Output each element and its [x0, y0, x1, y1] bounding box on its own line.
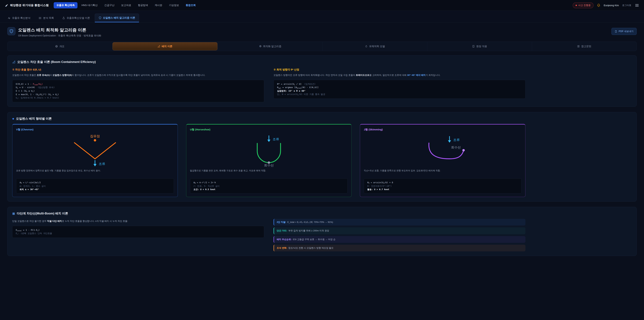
- section-tab-label: 유체역학 모델: [369, 45, 385, 48]
- nav-item-aerial-search[interactable]: 항공탐색: [135, 2, 150, 9]
- shield-icon: [98, 17, 102, 19]
- tab-label: 오일펜스 배치 알고리즘 이론: [103, 16, 135, 20]
- current-label: 조류: [99, 162, 105, 166]
- layout-formula-horseshoe: AU = π·r²/2 + 2r·hr: 반경, h: 직선부 길이조건: U …: [190, 178, 348, 193]
- optimal-angle-formula: θ* = arcsin(Uc / U) (임계조건)θopt = argmax …: [274, 80, 526, 99]
- boom-efficiency-card: 오일펜스 차단 효율 이론 (Boom Containment Efficien…: [8, 55, 636, 107]
- tab-label: 유출유확산모델 이론: [66, 17, 90, 20]
- layout-card-chevron: V형 (Chevron) 집유점 조류 조류 방향 정면에서 양쪽으로 펼친 V…: [12, 124, 178, 197]
- boom-layout-types-card: ◆ 오일펜스 배치 형태별 이론 V형 (Chevron) 집유점 조류 조류 …: [8, 112, 636, 201]
- current-label: 조류: [272, 137, 279, 141]
- section-tab-references[interactable]: 참고문헌: [532, 42, 636, 51]
- note-series-two-stage: 2단 직렬:E_total = E₁+E₂−E₁E₂ (예: 70%+70% →…: [274, 219, 526, 225]
- incident-dot-icon: [576, 5, 577, 6]
- section-tab-label: 개요: [59, 45, 64, 48]
- layout-formula-chevron: AV = L²·sin(2α)/2α: 반개각, L: 펜스 길이최적 α ≈ …: [16, 178, 174, 193]
- nav-item-oil-spill-prediction[interactable]: 유출유 확산예측: [54, 2, 77, 9]
- pdf-export-button[interactable]: PDF 내보내기: [612, 28, 636, 35]
- recovery-line-label: 회수선: [451, 145, 461, 149]
- note-priority: 배치 우선순위:ESI 고등급 구역 보호 → 취수원 → 어장 순: [274, 236, 526, 243]
- layout-types-card-title: ◆ 오일펜스 배치 형태별 이론: [12, 117, 632, 121]
- optimal-angle-paragraph: 오일펜스 방향각은 조류 방향에 따라 최적화됩니다. 차단 면적과 오일 수집…: [274, 73, 526, 77]
- current-arrow-head: [267, 140, 270, 142]
- water-drop-icon: [365, 45, 368, 48]
- main-nav: 유출유 확산예측 HNS·대기확산 긴급구난 보고자료 항공탐색 게시판 기상정…: [54, 2, 198, 9]
- multiboom-formula: Etotal = 1 - Π(1-Ei)Ei: i번째 오일펜스 단독 차단효율: [12, 226, 264, 238]
- nav-item-emergency-rescue[interactable]: 긴급구난: [102, 2, 117, 9]
- incident-status-badge[interactable]: 사고 진행중: [573, 3, 594, 8]
- section-tabs: 개요 배치 이론 ⚙ 최적화 알고리즘 유체역학 모델 현장: [8, 42, 636, 51]
- layout-card-skimming: J형 (Skimming) 조류 회수선 직선+곡선 조합. 기름을 한쪽으로 …: [360, 124, 526, 197]
- list-icon: [39, 17, 42, 20]
- tab-diffusion-model-theory[interactable]: 유출유확산모델 이론: [58, 14, 94, 22]
- brand-title: 해양환경 위기대응 통합시스템: [10, 3, 49, 7]
- nav-item-reports[interactable]: 보고자료: [118, 2, 134, 9]
- tab-label: 유출유 확산분석: [12, 17, 30, 20]
- page-subtitle: Oil Boom Deployment Optimization · 유출유 확…: [18, 34, 101, 37]
- nav-item-weather[interactable]: 기상정보: [166, 2, 182, 9]
- current-label: 조류: [453, 138, 460, 142]
- sub-tabbar: 유출유 확산분석 분석 목록 유출유확산모델 이론 오일펜스 배치 알고리즘 이…: [0, 11, 644, 23]
- section-tab-overview[interactable]: 개요: [8, 42, 112, 51]
- current-arrow-head: [448, 140, 451, 143]
- gear-icon: ⚙: [259, 45, 262, 48]
- layout-desc-horseshoe: 말굽형으로 기름을 완전 포위, 폐쇄형 구조로 회수 효율 최고. 저조류 해…: [190, 169, 348, 176]
- recovery-line-label: 회수선: [264, 163, 274, 167]
- boom-shield-tile: [8, 27, 16, 35]
- incident-label: 사고 진행중: [578, 4, 591, 7]
- efficiency-function-heading: ① 차단 효율 함수 E(θ, U): [12, 68, 264, 72]
- layout-formula-skimming: θJ = arcsin(Uc/U) + δδ: 안전여유각(5°~10°)활용:…: [364, 178, 522, 193]
- layout-name-chevron: V형 (Chevron): [16, 128, 174, 131]
- triangle-ruler-icon: [12, 60, 16, 64]
- notification-bell-icon[interactable]: [597, 4, 600, 7]
- optimal-angle-heading: ② 최적 방향각 θ* 산정: [274, 68, 526, 72]
- efficiency-function-paragraph: 오일펜스의 차단 효율은 조류 유속(U)과 오일펜스 방향각(θ)의 함수입니…: [12, 73, 264, 77]
- activity-icon: [8, 17, 10, 20]
- logout-button[interactable]: 로그아웃: [622, 4, 631, 7]
- flask-icon: [62, 17, 65, 20]
- skimming-diagram: 조류 회수선: [364, 133, 522, 167]
- multiboom-paragraph: 단일 오일펜스로 차단 불가한 경우 직렬 다단 배치로 누적 차단 효율을 향…: [12, 219, 264, 223]
- section-tab-field-application[interactable]: 현장 적용: [427, 42, 532, 51]
- page-header: 오일펜스 배치 최적화 알고리즘 이론 Oil Boom Deployment …: [8, 27, 636, 37]
- tab-boom-algorithm-theory[interactable]: 오일펜스 배치 알고리즘 이론: [95, 14, 139, 22]
- section-tab-deployment-theory[interactable]: 배치 이론: [112, 42, 217, 50]
- grid-icon: ▦: [12, 212, 15, 215]
- note-spacing: 단간 거리:부유 집적 방지를 위해 ≥ 200m 이격 권장: [274, 227, 526, 234]
- efficiency-function-formula: E(θ,U) = 1 - Fleak(Un)Un = U · sin(θ) (법…: [12, 80, 264, 102]
- multiboom-notes: 2단 직렬:E_total = E₁+E₂−E₁E₂ (예: 70%+70% →…: [274, 219, 526, 251]
- page-title: 오일펜스 배치 최적화 알고리즘 이론: [18, 27, 101, 33]
- nav-item-hns-air-diffusion[interactable]: HNS·대기확산: [79, 2, 100, 9]
- nav-item-integrated-search[interactable]: 통합조회: [183, 2, 198, 9]
- diamond-icon: ◆: [12, 117, 14, 120]
- note-tidal-change: 조석 변화:창조/낙조 전환 시 오일펜스 방향 재조정 필요: [274, 245, 526, 251]
- efficiency-function-column: ① 차단 효율 함수 E(θ, U) 오일펜스의 차단 효율은 조류 유속(U)…: [12, 67, 264, 102]
- collection-point-label: 집유점: [90, 134, 100, 138]
- layout-name-horseshoe: U형 (Horseshoe): [190, 128, 348, 131]
- section-tab-label: 최적화 알고리즘: [263, 45, 282, 48]
- horseshoe-diagram: 조류 회수선: [190, 133, 348, 167]
- building-icon: [472, 45, 475, 48]
- tab-spill-analysis[interactable]: 유출유 확산분석: [4, 14, 34, 22]
- wing-logo-icon: [5, 4, 8, 7]
- chevron-boom-shape: [74, 143, 116, 159]
- multiboom-card-title: ▦ 다단계 차단선(Multi-Boom) 배치 이론: [12, 211, 632, 215]
- globe-icon: [55, 45, 58, 48]
- recovery-vessel-dot: [462, 149, 465, 151]
- brand[interactable]: 해양환경 위기대응 통합시스템: [5, 3, 49, 7]
- triangle-ruler-icon: [158, 45, 160, 48]
- tab-analysis-list[interactable]: 분석 목록: [35, 14, 58, 22]
- layout-name-skimming: J형 (Skimming): [364, 128, 522, 131]
- chevron-diagram: 집유점 조류: [16, 133, 174, 167]
- collection-point-dot: [94, 139, 96, 141]
- section-tab-hydrodynamics[interactable]: 유체역학 모델: [322, 42, 427, 51]
- layout-card-horseshoe: U형 (Horseshoe) 조류 회수선 말굽형으로 기름을 완전 포위, 폐…: [186, 124, 352, 197]
- section-tab-label: 배치 이론: [162, 45, 172, 48]
- multiboom-card: ▦ 다단계 차단선(Multi-Boom) 배치 이론 단일 오일펜스로 차단 …: [8, 207, 636, 256]
- section-tab-optimization[interactable]: ⚙ 최적화 알고리즘: [218, 42, 322, 51]
- menu-icon[interactable]: [634, 4, 639, 7]
- tab-label: 분석 목록: [43, 17, 54, 20]
- nav-item-board[interactable]: 게시판: [152, 2, 165, 9]
- pdf-export-label: PDF 내보내기: [619, 30, 634, 33]
- page: 해양환경 위기대응 통합시스템 유출유 확산예측 HNS·대기확산 긴급구난 보…: [0, 0, 644, 320]
